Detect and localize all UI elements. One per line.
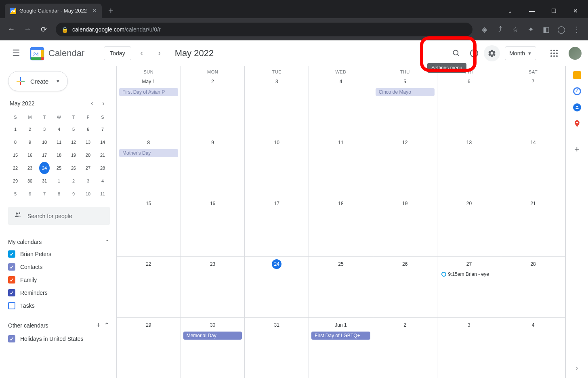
- day-number[interactable]: 3: [464, 320, 474, 330]
- day-number[interactable]: 18: [336, 199, 346, 208]
- mini-day[interactable]: 28: [97, 162, 108, 174]
- mini-day[interactable]: 21: [97, 149, 108, 161]
- next-month-button[interactable]: ›: [152, 46, 167, 61]
- mini-day[interactable]: 3: [83, 175, 93, 187]
- add-calendar-button[interactable]: +: [96, 321, 101, 330]
- mini-day[interactable]: 30: [25, 175, 35, 187]
- checkbox[interactable]: ✓: [8, 335, 15, 342]
- day-number[interactable]: 15: [144, 199, 153, 208]
- day-cell[interactable]: 30Memorial Day: [181, 318, 245, 378]
- expand-rail-button[interactable]: ›: [576, 364, 578, 372]
- mini-day[interactable]: 3: [39, 123, 50, 135]
- close-window-button[interactable]: ✕: [566, 5, 585, 17]
- day-cell[interactable]: 12: [373, 135, 437, 195]
- day-number[interactable]: 4: [336, 77, 346, 86]
- day-cell[interactable]: 18: [309, 196, 373, 256]
- day-number[interactable]: 7: [528, 77, 538, 86]
- day-cell[interactable]: 2: [373, 318, 437, 378]
- day-number[interactable]: 3: [272, 77, 281, 86]
- day-number[interactable]: 30: [208, 320, 218, 330]
- mini-day[interactable]: 4: [97, 175, 108, 187]
- mini-day[interactable]: 5: [68, 123, 79, 135]
- day-number[interactable]: 25: [336, 259, 346, 269]
- checkbox[interactable]: ✓: [8, 289, 15, 296]
- mini-day[interactable]: 1: [54, 175, 64, 187]
- star-icon[interactable]: ☆: [509, 23, 522, 36]
- mini-day[interactable]: 27: [83, 162, 93, 174]
- profile-icon[interactable]: ◯: [555, 23, 568, 36]
- day-cell[interactable]: 23: [181, 257, 245, 317]
- day-number[interactable]: 10: [272, 138, 281, 147]
- day-number[interactable]: 21: [528, 199, 538, 208]
- calendar-item[interactable]: ✓Reminders: [8, 286, 110, 299]
- checkbox[interactable]: ✓: [8, 250, 15, 258]
- settings-button[interactable]: [484, 45, 500, 61]
- day-cell[interactable]: 26: [373, 257, 437, 317]
- mini-day[interactable]: 10: [83, 188, 93, 200]
- mini-day[interactable]: 26: [68, 162, 79, 174]
- day-cell[interactable]: 7: [501, 74, 565, 135]
- chevron-down-icon[interactable]: ⌄: [501, 5, 519, 17]
- day-number[interactable]: 2: [400, 320, 410, 330]
- help-button[interactable]: [466, 45, 482, 61]
- day-number[interactable]: Jun 1: [311, 320, 371, 330]
- day-cell[interactable]: 15: [117, 196, 181, 256]
- mini-day[interactable]: 15: [10, 149, 21, 161]
- day-number[interactable]: 20: [464, 199, 474, 208]
- day-cell[interactable]: 21: [501, 196, 565, 256]
- mini-day[interactable]: 20: [83, 149, 93, 161]
- mini-day[interactable]: 9: [68, 188, 79, 200]
- event-chip[interactable]: 9:15am Brian - eye: [440, 271, 499, 278]
- day-cell[interactable]: 14: [501, 135, 565, 195]
- day-cell[interactable]: 22: [117, 257, 181, 317]
- day-number[interactable]: 22: [144, 259, 153, 269]
- mini-prev-button[interactable]: ‹: [87, 99, 97, 108]
- event-chip[interactable]: Mother's Day: [119, 149, 178, 157]
- day-number[interactable]: 4: [528, 320, 538, 330]
- view-selector[interactable]: Month ▼: [505, 46, 536, 60]
- day-cell[interactable]: 24: [245, 257, 309, 317]
- day-number[interactable]: 11: [336, 138, 346, 147]
- mini-day[interactable]: 1: [10, 123, 21, 135]
- day-cell[interactable]: 2: [181, 74, 245, 135]
- tasks-icon[interactable]: [573, 87, 581, 95]
- mini-day[interactable]: 16: [25, 149, 35, 161]
- add-addon-button[interactable]: +: [574, 144, 580, 155]
- mini-day[interactable]: 8: [10, 136, 21, 148]
- day-number[interactable]: 12: [400, 138, 410, 147]
- maps-icon[interactable]: [573, 120, 581, 128]
- mini-day[interactable]: 12: [68, 136, 79, 148]
- mini-day[interactable]: 8: [54, 188, 64, 200]
- logo[interactable]: 24 Calendar: [29, 45, 84, 61]
- menu-icon[interactable]: ⋮: [570, 23, 583, 36]
- minimize-button[interactable]: ―: [523, 5, 541, 17]
- create-button[interactable]: Create ▼: [8, 71, 68, 91]
- day-number[interactable]: 17: [272, 199, 281, 208]
- checkbox[interactable]: ✓: [8, 263, 15, 271]
- mini-day[interactable]: 25: [54, 162, 64, 174]
- day-cell[interactable]: 25: [309, 257, 373, 317]
- day-cell[interactable]: 28: [501, 257, 565, 317]
- mini-day[interactable]: 5: [10, 188, 21, 200]
- back-button[interactable]: ←: [5, 23, 18, 36]
- eye-icon[interactable]: ◈: [478, 23, 491, 36]
- new-tab-button[interactable]: +: [108, 6, 113, 16]
- day-cell[interactable]: 3: [437, 318, 502, 378]
- mini-day[interactable]: 9: [25, 136, 35, 148]
- day-cell[interactable]: 20: [437, 196, 502, 256]
- day-cell[interactable]: 13: [437, 135, 502, 195]
- mini-day[interactable]: 31: [39, 175, 50, 187]
- event-chip[interactable]: Memorial Day: [183, 332, 242, 340]
- calendar-item[interactable]: ✓Holidays in United States: [8, 332, 110, 345]
- mini-day[interactable]: 6: [83, 123, 93, 135]
- day-cell[interactable]: 16: [181, 196, 245, 256]
- extensions-icon[interactable]: ✦: [524, 23, 537, 36]
- day-number[interactable]: 19: [400, 199, 410, 208]
- mini-day[interactable]: 6: [25, 188, 35, 200]
- day-number[interactable]: 14: [528, 138, 538, 147]
- calendar-item[interactable]: Tasks: [8, 299, 110, 312]
- day-cell[interactable]: 4: [501, 318, 565, 378]
- day-cell[interactable]: 4: [309, 74, 373, 135]
- mini-day[interactable]: 2: [68, 175, 79, 187]
- day-cell[interactable]: 6: [437, 74, 502, 135]
